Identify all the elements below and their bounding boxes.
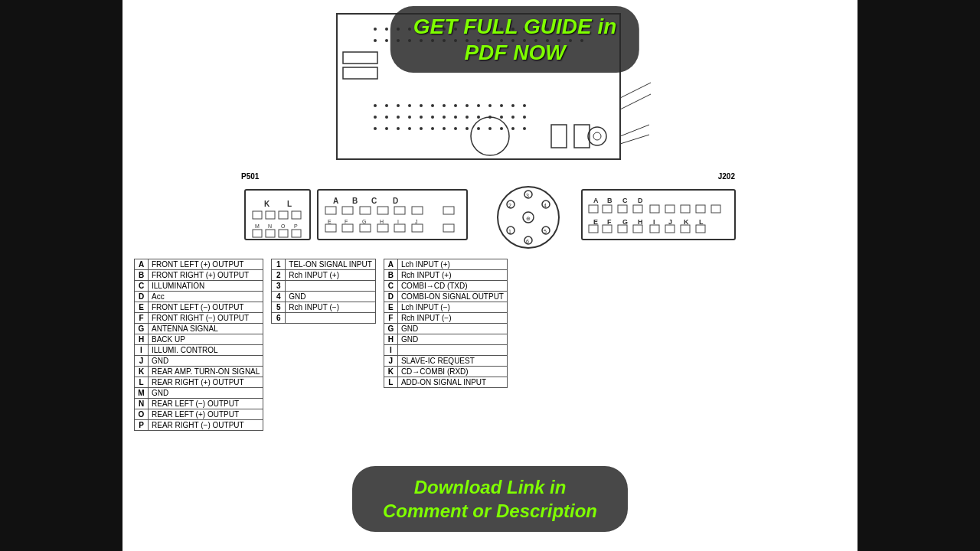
svg-point-46 (454, 104, 457, 107)
cta-bottom-line1: Download Link in (383, 475, 597, 499)
pin-label: A (135, 259, 149, 270)
svg-text:P: P (294, 223, 298, 229)
svg-text:⊕: ⊕ (526, 216, 531, 221)
svg-rect-121 (412, 207, 423, 214)
cta-bottom-overlay[interactable]: Download Link in Comment or Description (352, 466, 628, 532)
svg-rect-156 (589, 205, 598, 213)
table-row: CCOMBI→CD (TXD) (384, 281, 507, 292)
pin-desc: Lch INPUT (+) (397, 259, 507, 270)
svg-rect-178 (665, 225, 675, 233)
svg-rect-174 (603, 225, 612, 233)
pin-desc: ILLUMI. CONTROL (149, 345, 263, 356)
pin-desc: REAR LEFT (−) OUTPUT (149, 399, 263, 409)
svg-rect-119 (377, 207, 388, 214)
middle-pin-table-wrap: 1TEL-ON SIGNAL INPUT2Rch INPUT (+)34GND5… (271, 259, 376, 431)
table-row: CILLUMINATION (135, 281, 263, 292)
pin-desc: GND (397, 334, 507, 345)
svg-text:3: 3 (526, 193, 529, 198)
svg-text:A: A (333, 197, 338, 205)
pin-desc: BACK UP (149, 334, 263, 345)
pin-desc: REAR LEFT (+) OUTPUT (149, 409, 263, 420)
table-row: DCOMBI-ON SIGNAL OUTPUT (384, 292, 507, 302)
svg-text:H: H (380, 219, 384, 224)
svg-point-45 (443, 104, 446, 107)
svg-rect-151 (582, 190, 735, 240)
svg-point-1 (374, 28, 377, 31)
svg-point-70 (408, 127, 411, 130)
svg-rect-96 (245, 190, 310, 240)
pin-label: K (384, 367, 397, 377)
svg-rect-180 (696, 225, 705, 233)
svg-point-52 (523, 104, 526, 107)
pin-desc: Lch INPUT (−) (397, 302, 507, 313)
svg-rect-134 (412, 224, 423, 232)
table-row: IILLUMI. CONTROL (135, 345, 263, 356)
right-pin-table: ALch INPUT (+)BRch INPUT (+)CCOMBI→CD (T… (384, 259, 508, 388)
main-content: GET FULL GUIDE in PDF NOW (122, 0, 858, 551)
pin-desc (397, 345, 507, 356)
svg-line-94 (620, 135, 649, 144)
svg-text:K: K (264, 200, 270, 208)
svg-rect-118 (360, 207, 371, 214)
cta-top-overlay[interactable]: GET FULL GUIDE in PDF NOW (390, 6, 639, 73)
pin-label: 4 (272, 292, 286, 302)
svg-rect-157 (603, 205, 612, 213)
cta-top-line1: GET FULL GUIDE in (413, 14, 616, 40)
svg-line-90 (620, 94, 651, 109)
svg-text:F: F (345, 219, 348, 224)
cta-top-line2: PDF NOW (413, 40, 616, 66)
pin-label: O (135, 409, 149, 420)
pin-desc (286, 281, 376, 292)
svg-point-48 (477, 104, 480, 107)
table-row: HBACK UP (135, 334, 263, 345)
j202-connector-group: J202 A B C D E F G H (578, 172, 739, 254)
svg-rect-179 (681, 225, 690, 233)
svg-point-58 (431, 116, 434, 119)
table-row: HGND (384, 334, 507, 345)
svg-point-71 (420, 127, 423, 130)
svg-rect-177 (650, 225, 659, 233)
pin-desc: FRONT LEFT (−) OUTPUT (149, 302, 263, 313)
svg-point-47 (466, 104, 469, 107)
svg-point-83 (471, 117, 509, 155)
pin-desc: GND (286, 292, 376, 302)
pin-desc: ILLUMINATION (149, 281, 263, 292)
pin-label: C (384, 281, 397, 292)
svg-point-65 (511, 116, 514, 119)
svg-point-56 (408, 116, 411, 119)
pin-desc: GND (149, 388, 263, 399)
pin-desc: REAR AMP. TURN-ON SIGNAL (149, 367, 263, 377)
svg-point-53 (374, 116, 377, 119)
svg-text:D: D (393, 197, 398, 205)
round-connector-diagram: 3 4 2 ⊕ 1 5 6 (494, 183, 563, 252)
pin-desc: CD→COMBI (RXD) (397, 367, 507, 377)
svg-text:J: J (415, 219, 418, 224)
pin-label: E (135, 302, 149, 313)
svg-rect-99 (253, 211, 262, 219)
table-row: 6 (272, 313, 376, 324)
pin-desc: FRONT RIGHT (+) OUTPUT (149, 270, 263, 281)
svg-text:B: B (352, 197, 358, 205)
svg-point-21 (385, 39, 388, 42)
svg-line-88 (620, 83, 651, 98)
table-row: 1TEL-ON SIGNAL INPUT (272, 259, 376, 270)
svg-text:A: A (593, 197, 599, 204)
table-row: FFRONT RIGHT (−) OUTPUT (135, 313, 263, 324)
svg-rect-160 (650, 205, 659, 213)
pin-label: M (135, 388, 149, 399)
svg-point-66 (523, 116, 526, 119)
svg-rect-163 (696, 205, 705, 213)
svg-rect-85 (574, 125, 590, 148)
pin-desc: TEL-ON SIGNAL INPUT (286, 259, 376, 270)
table-row: GGND (384, 324, 507, 334)
svg-rect-82 (343, 67, 377, 79)
pin-label: B (135, 270, 149, 281)
svg-point-76 (477, 127, 480, 130)
j202-diagram: A B C D E F G H I J K (578, 182, 739, 251)
table-row: I (384, 345, 507, 356)
pin-label: D (135, 292, 149, 302)
pin-desc: FRONT LEFT (+) OUTPUT (149, 259, 263, 270)
right-panel (858, 0, 980, 551)
left-pin-table-wrap: AFRONT LEFT (+) OUTPUTBFRONT RIGHT (+) O… (134, 259, 263, 431)
svg-rect-116 (325, 207, 336, 214)
